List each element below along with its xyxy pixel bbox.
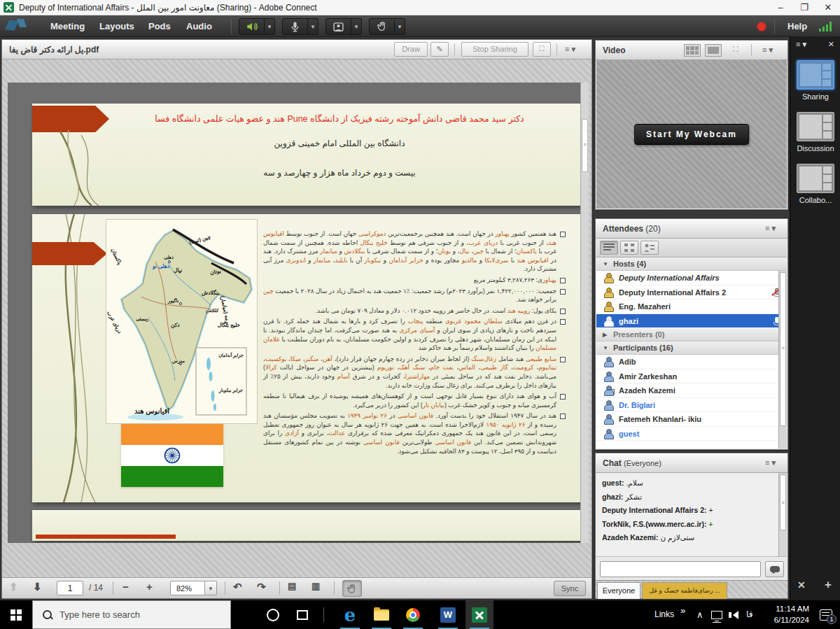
send-message-icon[interactable] bbox=[765, 561, 784, 577]
page-down-icon[interactable]: ⬇ bbox=[33, 581, 42, 593]
file-explorer-icon[interactable] bbox=[368, 600, 396, 629]
document-scrollbar-thumb[interactable]: ≡ bbox=[582, 119, 588, 172]
grid-view-icon[interactable] bbox=[705, 44, 722, 57]
fit-width-icon[interactable]: ▤ bbox=[288, 581, 296, 591]
links-chevron-icon[interactable]: » bbox=[680, 596, 685, 625]
layout-thumb-discussion[interactable] bbox=[797, 112, 834, 141]
tray-expand-icon[interactable]: ∧ bbox=[696, 600, 704, 629]
document-scrollbar[interactable]: ≡ bbox=[580, 83, 589, 543]
taskbar-search[interactable]: Type here to search bbox=[32, 600, 231, 629]
pencil-icon[interactable]: ✎ bbox=[430, 42, 449, 57]
zoom-in-icon[interactable]: + bbox=[146, 581, 153, 593]
chat-tab-everyone[interactable]: Everyone bbox=[597, 582, 640, 599]
layouts-add-icon[interactable]: + bbox=[825, 578, 832, 592]
page-count-label: / 14 bbox=[89, 583, 103, 593]
share-pod: یل ارائه دکتر قاض یفا.pdf Draw ✎ Stop Sh… bbox=[1, 39, 592, 599]
share-pod-menu-icon[interactable]: ≡ ▾ bbox=[565, 45, 575, 54]
rotate-right-icon[interactable]: ↷ bbox=[257, 581, 266, 593]
attendee-row[interactable]: Deputy International Affairs bbox=[596, 271, 787, 285]
speaker-dropdown[interactable]: ▼ bbox=[265, 18, 275, 35]
microphone-button[interactable] bbox=[282, 18, 308, 35]
sync-button[interactable]: Sync bbox=[554, 581, 586, 596]
task-view-icon[interactable] bbox=[288, 600, 316, 629]
attendee-row[interactable]: Azadeh Kazemi bbox=[596, 383, 787, 398]
webcam-icon bbox=[332, 21, 344, 33]
filmstrip-view-icon[interactable] bbox=[684, 44, 701, 57]
attendee-row-selected[interactable]: ghazi bbox=[596, 314, 787, 329]
attendee-row[interactable]: Eng. Mazaheri bbox=[596, 299, 787, 314]
chat-scrollbar-thumb[interactable]: ≡ bbox=[780, 474, 786, 530]
zoom-out-icon[interactable]: − bbox=[122, 581, 129, 593]
attendee-row[interactable]: Adib bbox=[596, 355, 787, 369]
attendee-row[interactable]: Deputy International Affairs 2 bbox=[596, 285, 787, 300]
minimize-button[interactable]: – bbox=[769, 0, 792, 15]
word-icon[interactable]: W bbox=[434, 600, 462, 629]
microphone-dropdown[interactable]: ▼ bbox=[308, 18, 318, 35]
document-viewport[interactable]: دکتر سید محمد قاضی دانش آموخته رشته فیزی… bbox=[8, 83, 589, 543]
links-toolbar[interactable]: Links bbox=[654, 600, 674, 629]
fit-page-icon[interactable]: ▥ bbox=[312, 581, 320, 591]
cortana-icon[interactable] bbox=[259, 600, 287, 629]
map-label: بمبئی bbox=[136, 316, 146, 322]
raise-hand-dropdown[interactable]: ▼ bbox=[395, 18, 405, 35]
fullscreen-icon[interactable]: ⛶ bbox=[533, 42, 551, 57]
city-dot bbox=[179, 302, 182, 305]
page-up-icon[interactable]: ⬆ bbox=[9, 581, 18, 593]
pan-tool-button[interactable] bbox=[342, 580, 362, 597]
chrome-icon[interactable] bbox=[399, 600, 427, 629]
layouts-delete-icon[interactable]: ✕ bbox=[797, 579, 806, 591]
attendee-row[interactable]: Fatemeh Khanlari- ikiu bbox=[596, 412, 787, 427]
video-fullscreen-icon[interactable]: ⛶ bbox=[733, 45, 738, 54]
layouts-menu-icon[interactable]: ≡ ▾ bbox=[796, 40, 806, 49]
attendees-scrollbar-thumb[interactable]: ≡ bbox=[780, 272, 786, 426]
page-number-input[interactable]: 1 bbox=[57, 581, 83, 595]
flag-green-band bbox=[121, 466, 223, 487]
chat-message: Azadeh Kazemi: ستی‌لازم ن bbox=[602, 533, 783, 542]
notification-center-icon[interactable]: 1 bbox=[812, 600, 840, 629]
attendees-pod-menu-icon[interactable]: ≡ ▾ bbox=[765, 224, 776, 233]
draw-button[interactable]: Draw bbox=[394, 42, 428, 57]
attendees-scrollbar[interactable]: ≡ bbox=[778, 271, 787, 448]
attendee-row[interactable]: Dr. Biglari bbox=[596, 398, 787, 413]
video-pod-menu-icon[interactable]: ≡ ▾ bbox=[762, 45, 773, 55]
chat-pod-menu-icon[interactable]: ≡ ▾ bbox=[765, 458, 776, 467]
zoom-level-value[interactable]: 82% bbox=[170, 581, 205, 595]
menu-help[interactable]: Help bbox=[788, 15, 807, 37]
adobe-connect-taskbar-icon[interactable] bbox=[465, 600, 493, 629]
taskbar-clock[interactable]: 11:14 AM 6/11/2024 bbox=[762, 603, 809, 626]
webcam-dropdown[interactable]: ▼ bbox=[351, 18, 362, 35]
attendee-row[interactable]: Amir Zarkeshan bbox=[596, 369, 787, 384]
participants-section-header[interactable]: ▼Participants (16) bbox=[596, 341, 787, 355]
start-button[interactable] bbox=[0, 600, 32, 629]
start-webcam-button[interactable]: Start My Webcam bbox=[634, 124, 749, 145]
layout-thumb-sharing[interactable] bbox=[797, 60, 834, 90]
hosts-section-header[interactable]: ▼Hosts (4) bbox=[596, 257, 787, 271]
volume-icon[interactable] bbox=[725, 600, 746, 629]
close-button[interactable]: ✕ bbox=[816, 0, 840, 15]
connection-signal-icon[interactable] bbox=[819, 21, 833, 31]
breakout-view-icon[interactable] bbox=[620, 241, 638, 255]
layout-thumb-collaboration[interactable] bbox=[797, 164, 834, 193]
menu-layouts[interactable]: Layouts bbox=[90, 15, 144, 37]
rotate-left-icon[interactable]: ↶ bbox=[233, 581, 242, 593]
layouts-close-icon[interactable]: ✕ bbox=[828, 40, 834, 49]
raise-hand-button[interactable] bbox=[369, 18, 395, 35]
attendee-list-view-icon[interactable] bbox=[600, 241, 618, 255]
menu-pods[interactable]: Pods bbox=[139, 15, 181, 37]
menu-meeting[interactable]: Meeting bbox=[41, 15, 94, 37]
host-icon bbox=[603, 288, 613, 297]
edge-icon[interactable]: e bbox=[336, 600, 364, 629]
attendee-row[interactable]: guest bbox=[596, 427, 787, 441]
stop-sharing-button[interactable]: Stop Sharing bbox=[461, 42, 528, 57]
speaker-button[interactable] bbox=[239, 18, 265, 35]
language-indicator[interactable]: فا bbox=[746, 600, 752, 629]
chat-input[interactable] bbox=[600, 561, 761, 577]
chat-scrollbar[interactable]: ≡ bbox=[778, 473, 787, 556]
city-dot bbox=[168, 260, 171, 263]
zoom-dropdown[interactable]: ▼ bbox=[205, 581, 217, 595]
presenters-section-header[interactable]: ▶Presenters (0) bbox=[596, 328, 787, 341]
attendee-status-view-icon[interactable] bbox=[640, 241, 659, 255]
maximize-button[interactable]: ❐ bbox=[792, 0, 816, 15]
webcam-button[interactable] bbox=[326, 18, 351, 35]
menu-audio[interactable]: Audio bbox=[176, 15, 222, 37]
